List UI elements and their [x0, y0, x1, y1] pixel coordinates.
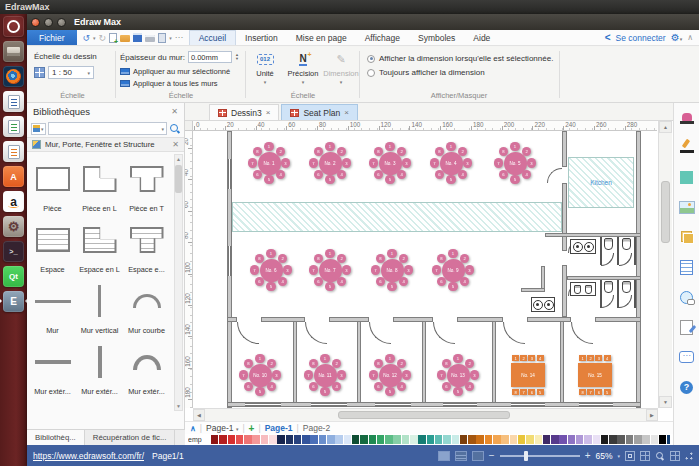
scrollbar-thumb[interactable]: [661, 181, 670, 243]
launcher-item-lo-impress[interactable]: [0, 139, 27, 164]
color-swatch[interactable]: [252, 435, 260, 444]
chair-seat[interactable]: 7: [309, 158, 319, 168]
color-swatch[interactable]: [634, 435, 642, 444]
chair-seat[interactable]: 7: [250, 265, 260, 275]
scroll-right-icon[interactable]: ▶: [646, 409, 658, 421]
color-swatch[interactable]: [601, 435, 609, 444]
color-swatch[interactable]: [203, 435, 211, 444]
shape-item-exwall-arc[interactable]: Mur extér...: [123, 337, 170, 398]
shape-item-window-1[interactable]: Fenêtre: [29, 398, 76, 411]
color-swatch[interactable]: [319, 435, 327, 444]
launcher-item-ubuntu-dash[interactable]: [0, 14, 27, 39]
format-pen-icon[interactable]: [679, 139, 695, 155]
chair-seat[interactable]: 1: [255, 354, 265, 364]
color-swatch[interactable]: [294, 435, 302, 444]
close-icon[interactable]: ✕: [171, 107, 178, 116]
fill-color-icon[interactable]: [679, 169, 695, 185]
chair-seat[interactable]: 1: [264, 142, 274, 152]
shape-item-room-l[interactable]: Pièce en L: [76, 154, 123, 215]
table-top[interactable]: No. 5: [504, 152, 527, 175]
chair-seat[interactable]: 5: [255, 387, 265, 397]
display-option-1[interactable]: Afficher la dimension lorsqu'elle est sé…: [367, 54, 553, 63]
color-swatch[interactable]: [452, 435, 460, 444]
clipart-icon[interactable]: [679, 109, 695, 125]
view-fullscreen-icon[interactable]: [472, 451, 484, 461]
color-swatch[interactable]: [485, 435, 493, 444]
color-swatch[interactable]: [344, 435, 352, 444]
maximize-button[interactable]: [57, 18, 66, 27]
chair-seat[interactable]: 7: [430, 158, 440, 168]
shape-item-space-t[interactable]: Espace e...: [123, 215, 170, 276]
chair-seat[interactable]: 4: [604, 355, 611, 361]
color-swatch[interactable]: [593, 435, 601, 444]
chair-seat[interactable]: 7: [520, 389, 527, 395]
chair-seat[interactable]: 3: [528, 355, 535, 361]
color-swatch[interactable]: [302, 435, 310, 444]
color-swatch[interactable]: [476, 435, 484, 444]
chair-seat[interactable]: 1: [510, 142, 520, 152]
chair-seat[interactable]: 1: [446, 142, 456, 152]
close-icon[interactable]: ×: [344, 108, 349, 117]
undo-icon[interactable]: ↺: [83, 33, 91, 43]
chair-seat[interactable]: 5: [448, 282, 458, 292]
chair-seat[interactable]: 3: [463, 158, 473, 168]
paste-icon[interactable]: [158, 33, 166, 43]
color-swatch[interactable]: [352, 435, 360, 444]
panel-tab-recovery[interactable]: Récupération de fic...: [85, 430, 176, 445]
close-icon[interactable]: ×: [266, 108, 271, 117]
menu-tab-symboles[interactable]: Symboles: [409, 30, 464, 45]
color-swatch[interactable]: [360, 435, 368, 444]
table-top[interactable]: No. 6: [260, 259, 283, 282]
color-swatch[interactable]: [501, 435, 509, 444]
color-swatch[interactable]: [617, 435, 625, 444]
launcher-item-amazon[interactable]: a: [0, 189, 27, 214]
chair-seat[interactable]: 3: [337, 370, 347, 380]
color-swatch[interactable]: [427, 435, 435, 444]
undo-caret-icon[interactable]: ▾: [93, 33, 96, 43]
chair-seat[interactable]: 3: [283, 265, 293, 275]
color-swatch[interactable]: [642, 435, 650, 444]
shape-item-window-2[interactable]: Fenêtre e...: [76, 398, 123, 411]
chair-seat[interactable]: 7: [239, 370, 249, 380]
horizontal-scrollbar[interactable]: ◀ ▶: [193, 408, 658, 421]
chair-seat[interactable]: 8: [512, 389, 519, 395]
chair-seat[interactable]: 5: [453, 387, 463, 397]
chair-seat[interactable]: 5: [266, 282, 276, 292]
zoom-in-button[interactable]: +: [585, 450, 591, 461]
color-swatch[interactable]: [443, 435, 451, 444]
add-page-button[interactable]: +: [249, 423, 255, 434]
file-menu-button[interactable]: Fichier: [27, 30, 77, 45]
table-top[interactable]: No. 8: [381, 259, 404, 282]
table-top[interactable]: No. 1: [258, 152, 281, 175]
drawing-scale-select[interactable]: 1 : 50 ▾: [48, 66, 94, 79]
chair-seat[interactable]: 1: [320, 354, 330, 364]
color-swatch[interactable]: [310, 435, 318, 444]
color-swatch[interactable]: [261, 435, 269, 444]
save-icon[interactable]: [133, 33, 142, 42]
launcher-item-qt[interactable]: Qt: [0, 264, 27, 289]
color-swatch[interactable]: [286, 435, 294, 444]
color-swatch[interactable]: [626, 435, 634, 444]
chair-seat[interactable]: 3: [470, 370, 480, 380]
color-swatch[interactable]: [335, 435, 343, 444]
chair-seat[interactable]: 5: [385, 175, 395, 185]
chair-seat[interactable]: 3: [527, 158, 537, 168]
page-tab-page-1[interactable]: Page-1: [265, 423, 293, 433]
table-top[interactable]: No. 12: [379, 364, 402, 387]
search-icon[interactable]: [169, 123, 180, 134]
chair-seat[interactable]: 5: [604, 389, 611, 395]
table-no15[interactable]: 12348765No. 15: [578, 363, 612, 387]
view-normal-icon[interactable]: [438, 451, 450, 461]
color-swatch[interactable]: [510, 435, 518, 444]
chair-seat[interactable]: 7: [371, 265, 381, 275]
color-swatch[interactable]: [418, 435, 426, 444]
zoom-caret-icon[interactable]: ▾: [617, 453, 620, 459]
color-swatch[interactable]: [269, 435, 277, 444]
chair-seat[interactable]: 3: [465, 265, 475, 275]
table-top[interactable]: No. 13: [447, 364, 470, 387]
floorplan-canvas[interactable]: Kitchen 12345678No. 112345678No. 2123456…: [193, 131, 657, 408]
chair-seat[interactable]: 5: [510, 175, 520, 185]
chair-seat[interactable]: 5: [325, 175, 335, 185]
chair-seat[interactable]: 1: [325, 142, 335, 152]
stage-area[interactable]: [232, 202, 562, 232]
